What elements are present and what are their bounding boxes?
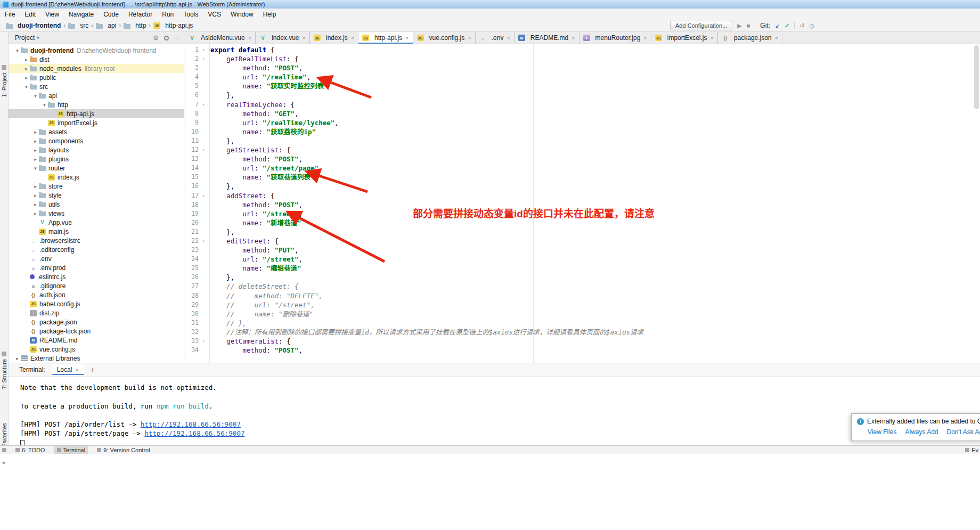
clock-icon[interactable]: ◷	[810, 20, 815, 31]
code-line[interactable]: 11 },	[185, 136, 980, 145]
tree-item-plugins[interactable]: ▸plugins	[9, 154, 184, 164]
tree-item-dist.zip[interactable]: dist.zip	[9, 308, 184, 317]
code-line[interactable]: 30 // name: "删除巷道"	[185, 309, 980, 319]
structure-tool-icon[interactable]	[2, 352, 6, 356]
tree-item-importExcel.js[interactable]: JSimportExcel.js	[9, 118, 184, 127]
code-line[interactable]: 9 url: "/realTime/lychee",	[185, 118, 980, 127]
breadcrumb-item[interactable]: api	[94, 22, 118, 29]
code-line[interactable]: 8 method: "GET",	[185, 109, 980, 118]
breadcrumb-item[interactable]: src	[67, 22, 90, 29]
editor-tab-package.json[interactable]: {}package.json×	[718, 32, 782, 44]
status-bar-item-6-todo[interactable]: 6: TODO	[13, 446, 48, 454]
chevron-down-icon[interactable]: ▾	[37, 35, 39, 40]
fold-icon[interactable]: ▾	[201, 45, 206, 54]
tree-item-dist[interactable]: ▸dist	[9, 55, 184, 64]
notification-action[interactable]: View Files	[868, 428, 896, 436]
code-line[interactable]: 26 },	[185, 273, 980, 282]
tree-item-views[interactable]: ▸views	[9, 209, 184, 218]
tool-window-switcher-icon[interactable]	[2, 448, 6, 452]
tree-item-.env[interactable]: ≡.env	[9, 254, 184, 263]
menu-item-navigate[interactable]: Navigate	[64, 9, 99, 20]
editor-tab-index.js[interactable]: JSindex.js×	[310, 32, 358, 44]
terminal-output[interactable]: Note that the development build is not o…	[9, 377, 980, 447]
editor-tab-http-api.js[interactable]: JShttp-api.js×	[358, 32, 413, 44]
code-line[interactable]: 10 name: "获取荔枝的ip"	[185, 127, 980, 136]
close-icon[interactable]: ×	[75, 366, 78, 373]
tree-item-components[interactable]: ▸components	[9, 136, 184, 145]
expand-icon[interactable]: ▸	[32, 211, 39, 216]
code-line[interactable]: 29 // url: "/street",	[185, 300, 980, 309]
menu-item-vcs[interactable]: VCS	[203, 9, 226, 20]
collapse-icon[interactable]: ▾	[14, 48, 21, 53]
expand-icon[interactable]: ▸	[32, 157, 39, 162]
tree-item-.env.prod[interactable]: ≡.env.prod	[9, 263, 184, 272]
expand-icon[interactable]: ▸	[32, 148, 39, 153]
fold-icon[interactable]: ▾	[201, 337, 206, 346]
tree-item-router[interactable]: ▾router	[9, 164, 184, 173]
tree-item-.gitignore[interactable]: ≡.gitignore	[9, 281, 184, 290]
code-line[interactable]: 6 },	[185, 91, 980, 100]
code-line[interactable]: 32 //注释：所有用到删除的接口都需要拼接变量id，所以请求方式采用了挂载在原…	[185, 328, 980, 337]
tool-button-structure[interactable]: 7: Structure	[1, 359, 7, 389]
editor-tab-index.vue[interactable]: Vindex.vue×	[256, 32, 310, 44]
expand-icon[interactable]: ▸	[23, 57, 30, 62]
tree-item-main.js[interactable]: JSmain.js	[9, 227, 184, 236]
expand-icon[interactable]: ▸	[23, 75, 30, 80]
tree-item-layouts[interactable]: ▸layouts	[9, 145, 184, 154]
fold-icon[interactable]: ▾	[201, 145, 206, 154]
git-commit-icon[interactable]: ✓	[785, 20, 789, 31]
event-log-label[interactable]: Ev	[971, 447, 978, 453]
stop-icon[interactable]: ■	[747, 20, 750, 31]
editor-tab-AsideMenu.vue[interactable]: VAsideMenu.vue×	[185, 32, 256, 44]
tree-item-vue.config.js[interactable]: JSvue.config.js	[9, 345, 184, 354]
fold-icon[interactable]: ▾	[201, 54, 206, 63]
status-bar-item-terminal[interactable]: Terminal	[54, 446, 88, 454]
tab-close-icon[interactable]: ×	[248, 35, 251, 41]
notification-action[interactable]: Don't Ask Agai	[947, 428, 980, 436]
menu-item-tools[interactable]: Tools	[178, 9, 203, 20]
menu-item-help[interactable]: Help	[258, 9, 281, 20]
code-line[interactable]: 4 url: "/realTime",	[185, 72, 980, 81]
expand-icon[interactable]: ▸	[32, 193, 39, 198]
tree-item-src[interactable]: ▾src	[9, 82, 184, 91]
editor-scrollbar[interactable]	[974, 44, 979, 363]
tab-close-icon[interactable]: ×	[405, 35, 409, 41]
tree-item-package.json[interactable]: {}package.json	[9, 317, 184, 327]
tab-close-icon[interactable]: ×	[643, 35, 647, 41]
terminal-link[interactable]: http://192.168.66.56:9007	[141, 420, 241, 428]
tree-item-http[interactable]: ▾http	[9, 100, 184, 109]
code-line[interactable]: 21 },	[185, 227, 980, 237]
breadcrumb-item[interactable]: http	[122, 22, 148, 29]
expand-icon[interactable]: ▸	[32, 184, 39, 189]
fold-icon[interactable]: ▾	[201, 191, 206, 200]
tree-item-auth.json[interactable]: {}auth.json	[9, 290, 184, 299]
tab-close-icon[interactable]: ×	[571, 35, 575, 41]
run-icon[interactable]: ▶	[737, 20, 741, 31]
code-line[interactable]: 23 method: "PUT",	[185, 246, 980, 255]
code-line[interactable]: 15 name: "获取巷道列表"	[185, 173, 980, 182]
tree-item-store[interactable]: ▸store	[9, 182, 184, 191]
terminal-link[interactable]: http://192.168.66.56:9007	[144, 429, 244, 437]
editor-tab-vue.config.js[interactable]: JSvue.config.js×	[413, 32, 476, 44]
editor-tab-menuRouter.jpg[interactable]: ▲menuRouter.jpg×	[579, 32, 651, 44]
tree-item-README.md[interactable]: MREADME.md	[9, 336, 184, 345]
code-line[interactable]: 12▾ getStreetList: {	[185, 145, 980, 154]
tree-item-External Libraries[interactable]: ▸External Libraries	[9, 354, 184, 363]
tree-item-public[interactable]: ▸public	[9, 73, 184, 82]
menu-item-code[interactable]: Code	[99, 9, 124, 20]
tab-close-icon[interactable]: ×	[775, 35, 778, 41]
tab-close-icon[interactable]: ×	[468, 35, 471, 41]
status-bar-item-9-version-control[interactable]: 9: Version Control	[94, 446, 152, 454]
scrollbar-thumb[interactable]	[974, 45, 979, 109]
tree-item-assets[interactable]: ▸assets	[9, 127, 184, 136]
tree-item-.eslintrc.js[interactable]: .eslintrc.js	[9, 272, 184, 281]
tree-item-style[interactable]: ▸style	[9, 191, 184, 200]
expand-icon[interactable]: ▸	[14, 356, 21, 361]
menu-item-window[interactable]: Window	[226, 9, 258, 20]
code-line[interactable]: 24 url: "/street",	[185, 255, 980, 264]
code-line[interactable]: 5 name: "获取实时监控列表"	[185, 81, 980, 91]
code-line[interactable]: 34 method: "POST",	[185, 346, 980, 355]
add-configuration-button[interactable]: Add Configuration...	[670, 21, 732, 30]
tree-item-babel.config.js[interactable]: JSbabel.config.js	[9, 299, 184, 308]
tree-item-api[interactable]: ▾api	[9, 91, 184, 100]
